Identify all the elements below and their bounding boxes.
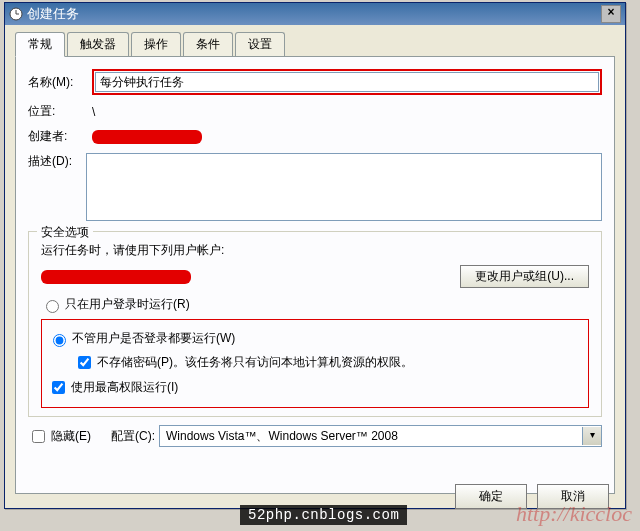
tab-actions[interactable]: 操作 [131, 32, 181, 56]
account-redacted [41, 270, 191, 284]
location-value: \ [92, 105, 95, 119]
change-user-button[interactable]: 更改用户或组(U)... [460, 265, 589, 288]
config-select[interactable]: Windows Vista™、Windows Server™ 2008 ▾ [159, 425, 602, 447]
window-title: 创建任务 [27, 5, 601, 23]
radio-logged-on-row[interactable]: 只在用户登录时运行(R) [41, 296, 589, 313]
tab-conditions[interactable]: 条件 [183, 32, 233, 56]
tab-triggers[interactable]: 触发器 [67, 32, 129, 56]
author-label: 创建者: [28, 128, 92, 145]
hidden-row[interactable]: 隐藏(E) [28, 427, 91, 446]
security-group-title: 安全选项 [37, 224, 93, 241]
author-redacted [92, 130, 202, 144]
tab-general[interactable]: 常规 [15, 32, 65, 57]
highest-priv-row[interactable]: 使用最高权限运行(I) [48, 378, 582, 397]
tab-settings[interactable]: 设置 [235, 32, 285, 56]
titlebar: 创建任务 × [5, 3, 625, 25]
no-password-label: 不存储密码(P)。该任务将只有访问本地计算机资源的权限。 [97, 354, 413, 371]
no-password-checkbox[interactable] [78, 356, 91, 369]
close-button[interactable]: × [601, 5, 621, 23]
security-highlight: 不管用户是否登录都要运行(W) 不存储密码(P)。该任务将只有访问本地计算机资源… [41, 319, 589, 408]
hidden-label: 隐藏(E) [51, 428, 91, 445]
ok-button[interactable]: 确定 [455, 484, 527, 509]
name-label: 名称(M): [28, 74, 92, 91]
dialog-buttons: 确定 取消 [455, 484, 609, 509]
create-task-dialog: 创建任务 × 常规 触发器 操作 条件 设置 名称(M): 位置: \ 创建者: [4, 2, 626, 509]
clock-icon [9, 7, 23, 21]
no-password-row[interactable]: 不存储密码(P)。该任务将只有访问本地计算机资源的权限。 [74, 353, 582, 372]
watermark-cnblogs: 52php.cnblogs.com [240, 505, 407, 525]
tab-panel-general: 名称(M): 位置: \ 创建者: 描述(D): 安全选项 运行任务时，请使用下… [15, 56, 615, 494]
radio-always[interactable] [53, 334, 66, 347]
location-label: 位置: [28, 103, 92, 120]
config-select-value: Windows Vista™、Windows Server™ 2008 [160, 428, 582, 445]
name-input[interactable] [95, 72, 599, 92]
cancel-button[interactable]: 取消 [537, 484, 609, 509]
name-highlight [92, 69, 602, 95]
dropdown-icon[interactable]: ▾ [582, 427, 601, 445]
description-label: 描述(D): [28, 153, 86, 170]
radio-logged-on[interactable] [46, 300, 59, 313]
hidden-checkbox[interactable] [32, 430, 45, 443]
radio-logged-on-label: 只在用户登录时运行(R) [65, 296, 190, 313]
tab-strip: 常规 触发器 操作 条件 设置 [15, 31, 615, 56]
radio-always-label: 不管用户是否登录都要运行(W) [72, 330, 235, 347]
security-groupbox: 安全选项 运行任务时，请使用下列用户帐户: 更改用户或组(U)... 只在用户登… [28, 231, 602, 417]
config-label: 配置(C): [111, 428, 155, 445]
highest-priv-checkbox[interactable] [52, 381, 65, 394]
highest-priv-label: 使用最高权限运行(I) [71, 379, 178, 396]
description-input[interactable] [86, 153, 602, 221]
radio-always-row[interactable]: 不管用户是否登录都要运行(W) [48, 330, 582, 347]
run-as-label: 运行任务时，请使用下列用户帐户: [41, 242, 589, 259]
